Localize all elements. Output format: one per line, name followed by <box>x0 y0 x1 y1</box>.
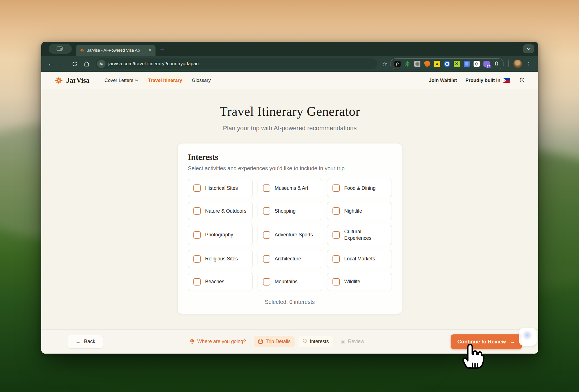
home-icon[interactable] <box>81 59 92 69</box>
step-where-are-you-going[interactable]: Where are you going? <box>185 336 250 347</box>
extension-fq-icon[interactable]: f? <box>394 61 401 67</box>
new-tab-button[interactable]: + <box>160 46 164 53</box>
browser-tab[interactable]: Jarvisa - AI-Powered Visa Ap × <box>76 45 155 56</box>
back-icon[interactable]: ← <box>46 59 56 69</box>
step-review[interactable]: ◎ Review <box>337 336 368 347</box>
extension-badge: 17 <box>486 65 491 68</box>
checkbox[interactable] <box>263 184 270 192</box>
interest-option-architecture[interactable]: Architecture <box>258 250 322 268</box>
floating-widget[interactable] <box>519 328 537 346</box>
interests-card: Interests Select activities and experien… <box>178 143 402 314</box>
checkbox[interactable] <box>332 255 340 263</box>
url-text[interactable]: jarvisa.com/travel-itinerary?country=Jap… <box>108 61 199 67</box>
brand[interactable]: JarVisa <box>54 76 89 85</box>
bookmark-star-icon[interactable]: ☆ <box>382 60 387 67</box>
checkbox[interactable] <box>263 255 270 263</box>
forward-icon[interactable]: → <box>58 59 68 69</box>
checkbox[interactable] <box>193 255 201 263</box>
extension-refresh-icon[interactable] <box>474 61 480 67</box>
interest-option-local-markets[interactable]: Local Markets <box>327 250 392 268</box>
tab-list-chevron-button[interactable] <box>523 44 534 53</box>
interest-option-shopping[interactable]: Shopping <box>258 202 322 220</box>
toolbar-divider <box>508 60 509 67</box>
join-waitlist-link[interactable]: Join Waitlist <box>429 78 457 83</box>
extension-asterisk-icon[interactable] <box>404 61 411 67</box>
checkbox[interactable] <box>193 184 201 192</box>
chevron-down-icon <box>527 48 531 50</box>
checkbox[interactable] <box>263 207 270 215</box>
extension-diamond-icon[interactable]: ◆ <box>434 61 440 67</box>
site-header: JarVisa Cover Letters Travel Itinerary G… <box>41 72 538 89</box>
checkbox[interactable] <box>332 231 340 239</box>
step-trip-details[interactable]: Trip Details <box>254 336 295 347</box>
extension-grid-icon[interactable] <box>454 61 460 67</box>
wizard-footer: ← Back Where are you going? <box>41 329 538 354</box>
interest-option-cultural-experiences[interactable]: Cultural Experiences <box>327 225 392 245</box>
interest-option-historical-sites[interactable]: Historical Sites <box>188 179 253 197</box>
nav-glossary[interactable]: Glossary <box>188 75 214 86</box>
arrow-right-icon: → <box>510 339 515 345</box>
interest-option-food-dining[interactable]: Food & Dining <box>327 179 392 197</box>
wizard-steps: Where are you going? Trip Details ♡ Inte… <box>185 336 368 347</box>
hero: Travel Itinerary Generator Plan your tri… <box>41 89 538 132</box>
step-interests[interactable]: ♡ Interests <box>299 336 333 347</box>
extension-ring-icon[interactable] <box>444 61 450 67</box>
header-right: Join Waitlist Proudly built in <box>429 77 525 84</box>
back-button[interactable]: ← Back <box>68 335 103 349</box>
browser-menu-icon[interactable]: ⋮ <box>524 61 534 67</box>
page-content: JarVisa Cover Letters Travel Itinerary G… <box>41 72 538 354</box>
interest-option-wildlife[interactable]: Wildlife <box>327 273 392 291</box>
checkbox[interactable] <box>332 278 340 286</box>
nav-cover-letters[interactable]: Cover Letters <box>101 75 142 86</box>
checkbox[interactable] <box>193 278 201 286</box>
selected-count: Selected: 0 interests <box>188 299 392 305</box>
card-description: Select activities and experiences you'd … <box>188 165 392 172</box>
interest-option-adventure-sports[interactable]: Adventure Sports <box>258 225 322 245</box>
profile-avatar[interactable] <box>513 59 522 68</box>
back-arrow-icon: ← <box>75 339 81 345</box>
map-pin-icon <box>189 339 195 344</box>
extension-fox-icon[interactable] <box>424 61 430 67</box>
interest-option-museums-art[interactable]: Museums & Art <box>258 179 322 197</box>
address-bar[interactable]: jarvisa.com/travel-itinerary?country=Jap… <box>96 58 377 69</box>
interest-option-mountains[interactable]: Mountains <box>258 273 322 291</box>
extension-blue-square-icon[interactable] <box>464 61 470 67</box>
browser-window: Jarvisa - AI-Powered Visa Ap × + ← → <box>41 42 538 354</box>
reload-icon[interactable] <box>70 59 80 69</box>
checkbox[interactable] <box>332 207 340 215</box>
extensions-puzzle-icon[interactable] <box>493 61 500 67</box>
tab-strip: Jarvisa - AI-Powered Visa Ap × + <box>41 42 538 56</box>
interests-grid: Historical Sites Museums & Art Food & Di… <box>188 179 392 291</box>
checkbox[interactable] <box>263 231 270 239</box>
screen-person-icon <box>57 46 64 51</box>
jarvisa-logo-icon <box>54 76 63 85</box>
tab-title: Jarvisa - AI-Powered Visa Ap <box>87 48 145 53</box>
tab-close-button[interactable]: × <box>147 47 153 53</box>
heart-icon: ♡ <box>303 339 307 344</box>
nav-travel-itinerary[interactable]: Travel Itinerary <box>144 75 186 86</box>
proudly-built-label: Proudly built in <box>465 78 510 83</box>
calendar-icon <box>258 339 263 344</box>
interest-option-nightlife[interactable]: Nightlife <box>327 202 392 220</box>
extensions-pill: f? ◆ 17 <box>390 58 504 69</box>
page-title: Travel Itinerary Generator <box>41 104 538 119</box>
checkbox[interactable] <box>193 207 201 215</box>
tab-profile-pill[interactable] <box>49 44 72 54</box>
extension-seventeen-icon[interactable]: 17 <box>483 61 490 67</box>
extension-camera-icon[interactable] <box>414 61 420 67</box>
page-subtitle: Plan your trip with AI-powered recommend… <box>41 125 538 132</box>
interest-option-photography[interactable]: Photography <box>188 225 253 245</box>
site-info-icon[interactable] <box>97 60 105 68</box>
caret-down-icon <box>135 79 138 82</box>
checkbox[interactable] <box>263 278 270 286</box>
interest-option-beaches[interactable]: Beaches <box>188 273 253 291</box>
review-target-icon: ◎ <box>341 339 345 344</box>
checkbox[interactable] <box>193 231 201 239</box>
continue-to-review-button[interactable]: Continue to Review → <box>451 334 522 349</box>
philippines-flag-icon <box>503 78 510 83</box>
browser-toolbar: ← → jarvisa.com/travel-itinerary?country… <box>41 56 538 72</box>
checkbox[interactable] <box>332 184 340 192</box>
interest-option-religious-sites[interactable]: Religious Sites <box>188 250 253 268</box>
theme-toggle-sun-icon[interactable] <box>518 77 525 84</box>
interest-option-nature-outdoors[interactable]: Nature & Outdoors <box>188 202 253 220</box>
